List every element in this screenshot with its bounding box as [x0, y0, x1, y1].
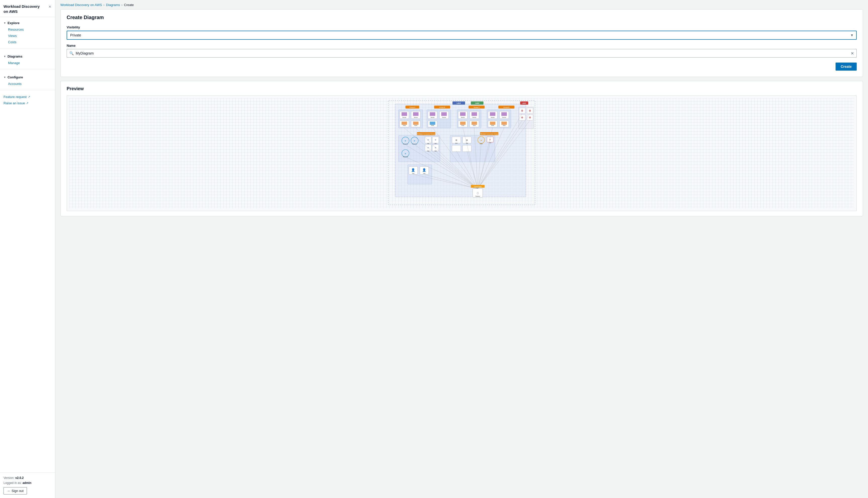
diagrams-label: Diagrams — [8, 54, 22, 58]
svg-rect-24 — [401, 122, 407, 125]
svg-text:⊗: ⊗ — [529, 109, 531, 112]
form-actions: Create — [67, 63, 857, 70]
svg-text:⊕: ⊕ — [405, 140, 406, 142]
breadcrumb: Workload Discovery on AWS › Diagrams › C… — [55, 0, 868, 9]
svg-rect-21 — [413, 112, 419, 116]
svg-text:Node: Node — [461, 125, 464, 126]
svg-text:Service: Service — [461, 117, 465, 118]
sign-out-icon: → — [7, 489, 10, 493]
svg-text:Central Node: Central Node — [474, 186, 482, 187]
svg-text:⊕: ⊕ — [405, 153, 406, 155]
name-label: Name — [67, 44, 857, 48]
configure-section-header[interactable]: ▼ Configure — [0, 74, 55, 81]
sidebar-footer: Version: v2.0.2 Logged in as: admin → Si… — [0, 472, 55, 498]
svg-rect-63 — [501, 122, 507, 125]
breadcrumb-diagrams[interactable]: Diagrams — [106, 3, 120, 7]
svg-text:+: + — [434, 146, 436, 149]
name-input-wrapper: 🔍 ✕ — [67, 49, 857, 57]
svg-rect-34 — [441, 112, 447, 116]
diagram-container: Label Label Label Group A Group B Group … — [67, 95, 857, 211]
svg-text:Multiple Accounts Group: Multiple Accounts Group — [480, 133, 498, 135]
divider-3 — [0, 90, 55, 90]
svg-text:Group B: Group B — [439, 106, 445, 108]
svg-rect-114 — [463, 145, 471, 152]
diagrams-chevron-icon: ▼ — [3, 55, 6, 58]
sidebar-header: Workload Discovery on AWS × — [0, 0, 55, 17]
configure-label: Configure — [8, 75, 23, 79]
svg-text:Node: Node — [491, 125, 494, 126]
diagrams-section-header[interactable]: ▼ Diagrams — [0, 53, 55, 60]
visibility-field: Visibility Private Public ▼ — [67, 25, 857, 40]
svg-text:Service: Service — [402, 117, 406, 118]
logged-in-text: Logged in as: admin — [3, 481, 52, 485]
form-title: Create Diagram — [67, 15, 857, 21]
svg-text:Label: Label — [475, 102, 480, 104]
svg-rect-47 — [460, 122, 466, 125]
raise-issue-link[interactable]: Raise an issue ↗ — [0, 100, 55, 106]
svg-rect-50 — [471, 122, 477, 125]
svg-text:Multiple Accounts Group: Multiple Accounts Group — [417, 133, 435, 135]
svg-text:✦: ✦ — [480, 139, 482, 142]
svg-text:Service: Service — [502, 117, 506, 118]
svg-rect-54 — [490, 112, 495, 116]
svg-text:Service: Service — [414, 117, 418, 118]
sidebar-item-accounts[interactable]: Accounts — [0, 81, 55, 87]
logged-in-user: admin — [22, 481, 31, 485]
breadcrumb-home[interactable]: Workload Discovery on AWS — [60, 3, 102, 7]
svg-text:Group A: Group A — [409, 106, 416, 108]
svg-text:Resource: Resource — [403, 143, 408, 145]
external-link-icon-2: ↗ — [26, 102, 28, 105]
name-input[interactable] — [76, 49, 851, 57]
app-title: Workload Discovery on AWS — [3, 4, 40, 14]
svg-rect-18 — [401, 112, 407, 116]
create-button[interactable]: Create — [835, 63, 857, 70]
svg-rect-44 — [471, 112, 477, 116]
visibility-label: Visibility — [67, 25, 857, 29]
svg-text:Gateway: Gateway — [475, 196, 480, 197]
breadcrumb-current: Create — [124, 3, 134, 7]
svg-text:▦: ▦ — [455, 139, 457, 141]
svg-text:Service: Service — [431, 117, 435, 118]
explore-chevron-icon: ▼ — [3, 22, 6, 24]
explore-section: ▼ Explore Resources Views Costs — [0, 17, 55, 46]
sidebar-item-views[interactable]: Views — [0, 32, 55, 39]
svg-text:Resource: Resource — [403, 156, 408, 158]
sign-out-button[interactable]: → Sign out — [3, 487, 27, 495]
diagrams-section: ▼ Diagrams Manage — [0, 51, 55, 67]
visibility-select[interactable]: Private Public — [67, 31, 857, 40]
svg-text:⊗: ⊗ — [529, 116, 531, 119]
svg-text:Add: Add — [434, 143, 437, 144]
breadcrumb-sep-2: › — [122, 3, 123, 7]
external-link-icon-1: ↗ — [28, 95, 30, 99]
svg-rect-37 — [430, 122, 435, 125]
svg-text:Node: Node — [414, 125, 417, 126]
svg-rect-27 — [413, 122, 419, 125]
diagram-svg: Label Label Label Group A Group B Group … — [69, 98, 854, 208]
svg-text:Group C: Group C — [473, 106, 480, 108]
svg-text:Grid: Grid — [455, 143, 458, 144]
sidebar-close-button[interactable]: × — [48, 4, 52, 9]
svg-rect-57 — [501, 112, 507, 116]
explore-label: Explore — [8, 21, 20, 25]
version-value: v2.0.2 — [15, 476, 24, 480]
svg-text:Node: Node — [503, 125, 506, 126]
svg-text:+: + — [427, 138, 429, 142]
preview-title: Preview — [67, 86, 857, 91]
svg-text:Node: Node — [473, 125, 476, 126]
input-clear-button[interactable]: ✕ — [851, 51, 854, 56]
sidebar-item-resources[interactable]: Resources — [0, 26, 55, 32]
sidebar-item-manage[interactable]: Manage — [0, 60, 55, 66]
svg-text:⊕: ⊕ — [413, 140, 416, 142]
diagram-canvas: Label Label Label Group A Group B Group … — [69, 98, 854, 208]
svg-text:Grid: Grid — [489, 142, 491, 143]
feature-request-link[interactable]: Feature request ↗ — [0, 94, 55, 100]
external-links: Feature request ↗ Raise an issue ↗ — [0, 92, 55, 108]
svg-text:Service: Service — [442, 117, 446, 118]
svg-text:Label: Label — [457, 102, 461, 104]
configure-chevron-icon: ▼ — [3, 76, 6, 79]
preview-card: Preview Label Label Label — [60, 81, 863, 217]
svg-rect-41 — [460, 112, 466, 116]
explore-section-header[interactable]: ▼ Explore — [0, 19, 55, 26]
sidebar-item-costs[interactable]: Costs — [0, 39, 55, 45]
svg-text:Group D: Group D — [503, 106, 509, 108]
